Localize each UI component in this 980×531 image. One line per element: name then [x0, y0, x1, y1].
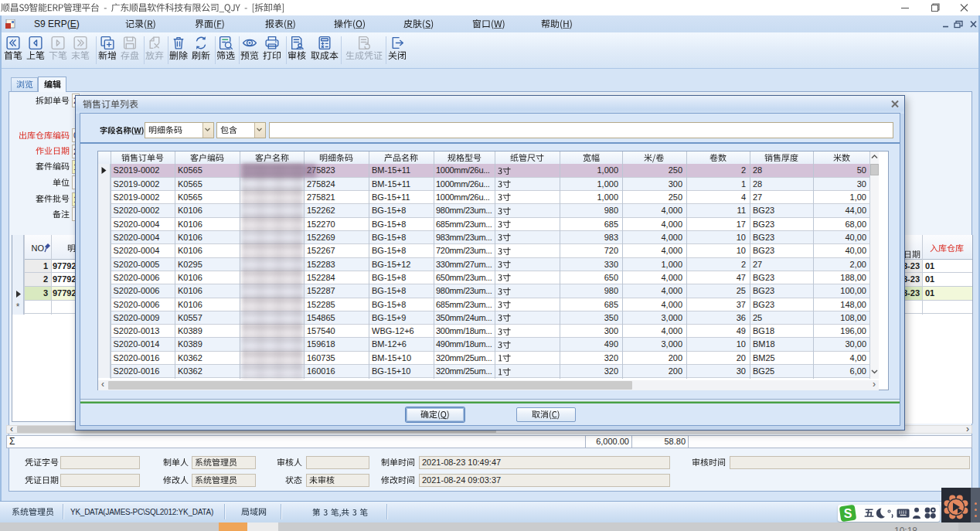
svg-text:S: S	[844, 507, 852, 520]
